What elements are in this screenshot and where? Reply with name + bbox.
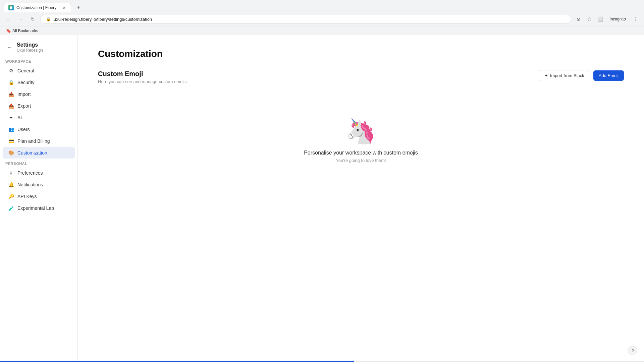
browser-titlebar: Customization | Fibery ✕ +	[0, 0, 644, 12]
section-subtitle: Here you can see and manage custom emoji…	[98, 79, 186, 84]
main-content: Customization Custom Emoji Here you can …	[78, 35, 644, 362]
profile-button[interactable]: Incognito	[606, 15, 629, 23]
security-icon: 🔒	[8, 79, 14, 85]
forward-button[interactable]: →	[16, 14, 25, 24]
sidebar-item-ai[interactable]: ✦ AI	[3, 112, 75, 123]
billing-icon: 💳	[8, 138, 14, 144]
section-title: Custom Emoji	[98, 70, 186, 78]
general-icon: ⚙	[8, 68, 14, 74]
sidebar-item-label: Plan and Billing	[17, 138, 50, 144]
custom-emoji-section: Custom Emoji Here you can see and manage…	[98, 70, 624, 190]
bookmarks-bar-item[interactable]: 🔖 All Bookmarks	[4, 28, 40, 34]
sidebar-item-label: Export	[17, 103, 31, 109]
progress-bar	[0, 361, 354, 362]
unicorn-emoji: 🦄	[346, 119, 376, 143]
bookmark-icon: 🔖	[6, 28, 11, 33]
customization-icon: 🎨	[8, 150, 14, 156]
browser-tab[interactable]: Customization | Fibery ✕	[4, 3, 71, 12]
url-text: uxui-redesign.fibery.io/fibery/settings/…	[54, 17, 152, 22]
add-button-label: Add Emoji	[599, 73, 619, 78]
section-actions: ✦ Import from Slack Add Emoji	[539, 70, 624, 81]
reload-button[interactable]: ↻	[28, 14, 38, 24]
empty-state-title: Personalise your workspace with custom e…	[304, 150, 418, 156]
tab-favicon	[8, 5, 14, 10]
tab-close-button[interactable]: ✕	[61, 5, 67, 10]
workspace-section-label: WORKSPACE	[0, 57, 77, 65]
sidebar-item-plan-billing[interactable]: 💳 Plan and Billing	[3, 135, 75, 147]
back-button[interactable]: ←	[4, 14, 13, 24]
sidebar-item-experimental-lab[interactable]: 🧪 Experimental Lab	[3, 202, 75, 214]
sidebar-item-label: AI	[17, 115, 22, 120]
section-header: Custom Emoji Here you can see and manage…	[98, 70, 624, 84]
sidebar-item-import[interactable]: 📥 Import	[3, 88, 75, 100]
address-bar[interactable]: 🔒 uxui-redesign.fibery.io/fibery/setting…	[40, 15, 571, 24]
import-from-slack-button[interactable]: ✦ Import from Slack	[539, 70, 590, 81]
sidebar-item-label: Customization	[17, 150, 47, 156]
add-emoji-button[interactable]: Add Emoji	[593, 70, 624, 81]
import-icon: 📥	[8, 91, 14, 97]
sidebar-item-preferences[interactable]: 🎛 Preferences	[3, 167, 75, 179]
users-icon: 👥	[8, 126, 14, 132]
sidebar-item-users[interactable]: 👥 Users	[3, 124, 75, 135]
sidebar-item-label: General	[17, 68, 34, 73]
sidebar-item-api-keys[interactable]: 🔑 API Keys	[3, 191, 75, 202]
bookmarks-bar: 🔖 All Bookmarks	[0, 26, 644, 35]
sidebar-item-label: Experimental Lab	[17, 205, 54, 211]
more-menu-icon[interactable]: ⋮	[631, 14, 640, 24]
empty-state: 🦄 Personalise your workspace with custom…	[98, 92, 624, 190]
sidebar-item-general[interactable]: ⚙ General	[3, 65, 75, 76]
toolbar-actions: ⊘ ☆ ⬜ Incognito ⋮	[574, 14, 640, 24]
sidebar-item-label: API Keys	[17, 194, 37, 199]
help-label: ?	[631, 348, 634, 353]
sidebar-item-label: Users	[17, 127, 30, 132]
browser-toolbar: ← → ↻ 🔒 uxui-redesign.fibery.io/fibery/s…	[0, 12, 644, 26]
app-layout: ← Settings Uxui Redesign WORKSPACE ⚙ Gen…	[0, 35, 644, 362]
back-arrow-icon: ←	[7, 45, 12, 50]
notifications-icon: 🔔	[8, 182, 14, 188]
sidebar-item-label: Preferences	[17, 170, 43, 176]
experimental-lab-icon: 🧪	[8, 205, 14, 211]
sidebar-item-label: Notifications	[17, 182, 43, 187]
section-title-group: Custom Emoji Here you can see and manage…	[98, 70, 186, 84]
tab-title: Customization | Fibery	[16, 5, 59, 10]
preferences-icon: 🎛	[8, 170, 14, 176]
sidebar-title: Settings	[17, 42, 43, 48]
sidebar: ← Settings Uxui Redesign WORKSPACE ⚙ Gen…	[0, 35, 78, 362]
ai-icon: ✦	[8, 115, 14, 121]
sidebar-item-label: Import	[17, 92, 31, 97]
new-tab-button[interactable]: +	[74, 3, 83, 12]
api-keys-icon: 🔑	[8, 193, 14, 199]
slack-icon: ✦	[544, 73, 548, 78]
bookmark-star-icon[interactable]: ☆	[585, 14, 594, 24]
sidebar-item-label: Security	[17, 80, 35, 85]
bookmark-label: All Bookmarks	[12, 28, 38, 33]
sidebar-item-customization[interactable]: 🎨 Customization	[3, 147, 75, 159]
page-title: Customization	[98, 49, 624, 59]
sidebar-item-security[interactable]: 🔒 Security	[3, 77, 75, 88]
empty-state-subtitle: You're going to love them!	[336, 158, 386, 163]
sidebar-title-group: Settings Uxui Redesign	[17, 42, 43, 53]
svg-point-0	[10, 6, 12, 9]
sidebar-item-notifications[interactable]: 🔔 Notifications	[3, 179, 75, 190]
sidebar-subtitle: Uxui Redesign	[17, 48, 43, 53]
personal-section-label: PERSONAL	[0, 159, 77, 167]
sidebar-item-export[interactable]: 📤 Export	[3, 100, 75, 112]
export-icon: 📤	[8, 103, 14, 109]
extensions-icon[interactable]: ⬜	[595, 14, 605, 24]
camera-icon[interactable]: ⊘	[574, 14, 583, 24]
import-button-label: Import from Slack	[550, 73, 584, 78]
profile-label: Incognito	[609, 17, 626, 21]
browser-chrome: Customization | Fibery ✕ + ← → ↻ 🔒 uxui-…	[0, 0, 644, 35]
progress-bar-container	[0, 361, 644, 362]
lock-icon: 🔒	[46, 17, 51, 21]
sidebar-back-button[interactable]: ←	[5, 43, 13, 51]
sidebar-header: ← Settings Uxui Redesign	[0, 35, 77, 57]
help-button[interactable]: ?	[628, 346, 637, 355]
